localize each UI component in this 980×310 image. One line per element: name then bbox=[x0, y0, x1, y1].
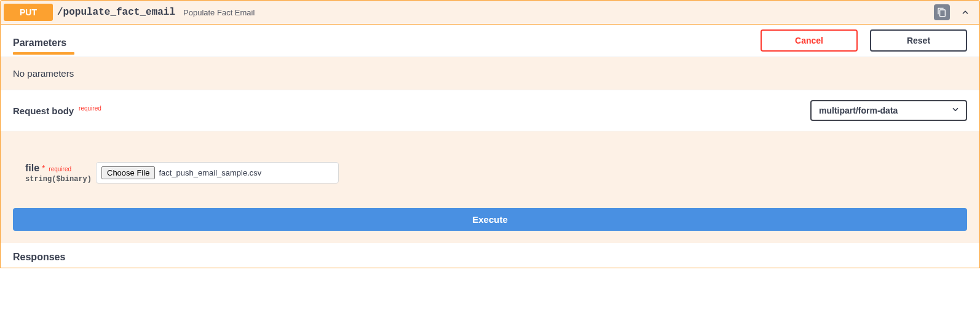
execute-button[interactable]: Execute bbox=[13, 208, 967, 231]
required-text: required bbox=[49, 166, 71, 172]
endpoint-summary[interactable]: PUT /populate_fact_email Populate Fact E… bbox=[0, 0, 980, 25]
choose-file-button[interactable]: Choose File bbox=[101, 166, 155, 179]
chosen-file-name: fact_push_email_sample.csv bbox=[159, 168, 261, 177]
content-type-select-wrap: multipart/form-data bbox=[810, 100, 967, 121]
chevron-up-icon bbox=[961, 8, 970, 17]
no-parameters-text: No parameters bbox=[1, 57, 979, 90]
responses-header: Responses bbox=[1, 243, 979, 268]
collapse-toggle[interactable] bbox=[958, 5, 973, 20]
clipboard-icon bbox=[937, 7, 947, 17]
endpoint-path: /populate_fact_email bbox=[57, 7, 175, 18]
request-body-title: Request body bbox=[13, 106, 74, 116]
cancel-button[interactable]: Cancel bbox=[761, 29, 858, 52]
content-type-select[interactable]: multipart/form-data bbox=[810, 100, 967, 121]
request-body-header: Request body required multipart/form-dat… bbox=[1, 90, 979, 131]
param-name: file bbox=[25, 163, 39, 173]
required-badge: required bbox=[79, 105, 101, 112]
tab-underline bbox=[13, 52, 74, 55]
param-row-file: file * required string($binary) Choose F… bbox=[25, 162, 967, 184]
parameters-header: Parameters Cancel Reset bbox=[1, 25, 979, 57]
reset-button[interactable]: Reset bbox=[870, 29, 967, 52]
endpoint-summary-text: Populate Fact Email bbox=[183, 8, 255, 17]
http-method-badge: PUT bbox=[4, 4, 53, 21]
param-type: string($binary) bbox=[25, 175, 96, 184]
file-input[interactable]: Choose File fact_push_email_sample.csv bbox=[96, 162, 339, 184]
tab-parameters[interactable]: Parameters bbox=[13, 31, 74, 52]
copy-to-clipboard-button[interactable] bbox=[934, 4, 950, 20]
required-star: * bbox=[42, 163, 45, 173]
request-body-form: file * required string($binary) Choose F… bbox=[1, 131, 979, 196]
